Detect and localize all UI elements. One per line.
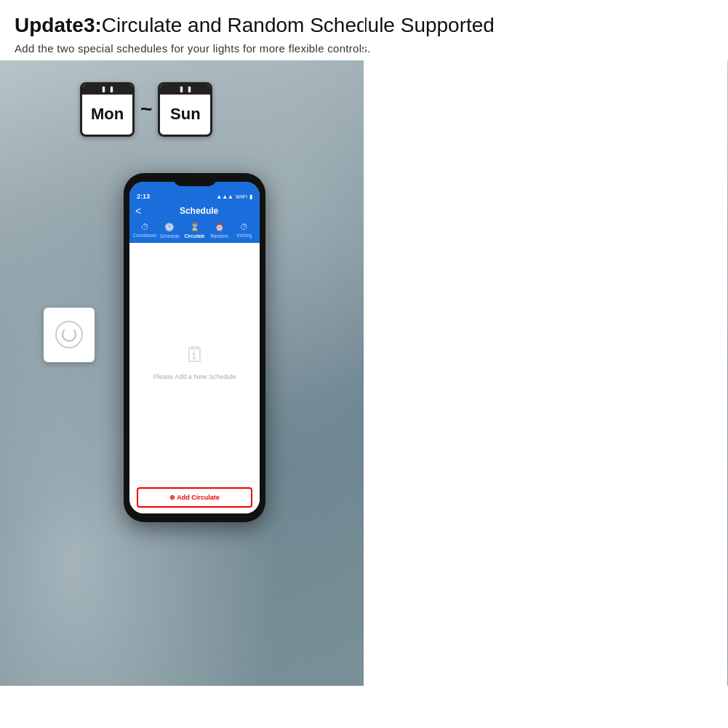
ring-right — [110, 86, 113, 93]
signal-left: ▲▲▲ — [216, 193, 233, 200]
inching-icon-left: ⏱ — [240, 223, 248, 231]
ring-left-2 — [180, 86, 183, 93]
schedule-icon-left: 🕐 — [164, 223, 175, 232]
tab-schedule-left[interactable]: 🕐 Schedule — [157, 223, 182, 239]
random-label-left: Random — [210, 233, 228, 239]
add-circulate-button[interactable]: ⊕ Add Circulate — [137, 487, 252, 508]
panel-divider — [364, 0, 365, 728]
phone-footer-left: ⊕ Add Circulate — [129, 481, 260, 513]
battery-left: ▮ — [249, 193, 252, 200]
empty-state-left: 🗓 Please Add a New Schedule — [129, 243, 260, 481]
panels-row: Mon ~ Sun 2:13 ▲▲▲ — [0, 60, 728, 686]
wall-switch-left — [44, 308, 95, 362]
tab-inching-left[interactable]: ⏱ Inching — [232, 223, 257, 239]
cal-top-rings — [82, 84, 132, 95]
wifi-left: WiFi — [236, 193, 247, 200]
screen-title-left: Schedule — [144, 206, 254, 216]
title-bold: Update3: — [15, 14, 102, 36]
phone-left: 2:13 ▲▲▲ WiFi ▮ < Schedule ⏱ Countdown — [124, 173, 265, 522]
calendar-to: Sun — [158, 82, 212, 137]
tilde-separator: ~ — [140, 97, 152, 121]
phone-tabs-left: ⏱ Countdown 🕐 Schedule ⏳ Circulate ⏰ Ran… — [129, 223, 260, 243]
left-panel: Mon ~ Sun 2:13 ▲▲▲ — [0, 60, 364, 686]
ring-left — [102, 86, 105, 93]
phone-screen-left: 2:13 ▲▲▲ WiFi ▮ < Schedule ⏱ Countdown — [129, 182, 260, 513]
calendar-from-label: Mon — [82, 95, 132, 135]
phone-notch-left — [173, 173, 217, 186]
title-normal: Circulate and Random Schedule Supported — [102, 14, 495, 36]
ring-right-2 — [188, 86, 191, 93]
empty-icon-left: 🗓 — [184, 343, 206, 367]
cal-top-rings-2 — [160, 84, 210, 95]
circulate-icon-left: ⏳ — [190, 223, 200, 232]
schedule-label-left: Schedule — [160, 233, 180, 239]
empty-text-left: Please Add a New Schedule — [153, 373, 236, 380]
tab-random-left[interactable]: ⏰ Random — [207, 223, 232, 239]
phone-header-left: < Schedule — [129, 202, 260, 223]
calendar-group: Mon ~ Sun — [80, 82, 212, 137]
phone-content-left: 🗓 Please Add a New Schedule — [129, 243, 260, 481]
calendar-to-label: Sun — [160, 95, 210, 135]
inching-label-left: Inching — [236, 233, 252, 238]
tab-circulate-left[interactable]: ⏳ Circulate — [182, 223, 207, 239]
countdown-label-left: Countdown — [133, 233, 157, 238]
circulate-label-left: Circulate — [185, 233, 205, 239]
back-arrow-left[interactable]: < — [135, 205, 141, 217]
calendar-from: Mon — [80, 82, 135, 137]
status-time-left: 2:13 — [137, 193, 150, 200]
tab-countdown-left[interactable]: ⏱ Countdown — [132, 223, 157, 239]
random-icon-left: ⏰ — [215, 223, 225, 232]
switch-button-left — [55, 321, 83, 348]
status-icons-left: ▲▲▲ WiFi ▮ — [216, 193, 252, 200]
countdown-icon-left: ⏱ — [141, 223, 149, 231]
